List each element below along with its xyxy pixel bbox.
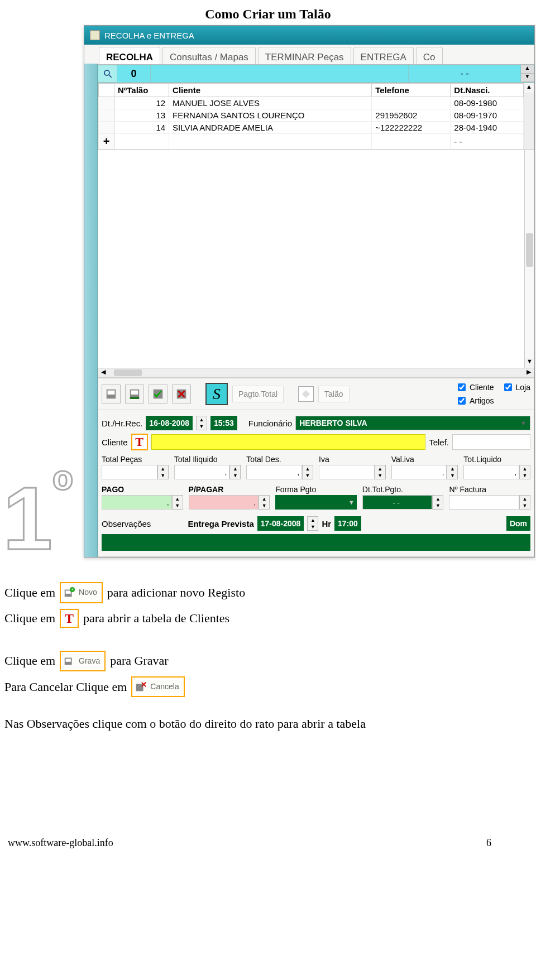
toolbar-cancel-button[interactable] (172, 385, 191, 403)
toolbar-btn-2[interactable] (125, 385, 144, 403)
entrega-date-spin[interactable]: ▲▼ (307, 516, 318, 531)
date-rec-field[interactable]: 16-08-2008 (146, 416, 193, 430)
val-iva-input[interactable]: , (391, 465, 447, 479)
clients-table: NºTalão Cliente Telefone Dt.Nasci. 12 MA… (98, 83, 524, 150)
svg-rect-5 (131, 391, 138, 395)
tab-extra[interactable]: Co (416, 47, 443, 64)
page-number: 6 (486, 837, 491, 849)
no-factura-input[interactable] (449, 495, 519, 510)
svg-text:+: + (71, 587, 73, 592)
entrega-prevista-label: Entrega Prevista (188, 519, 253, 529)
search-bar: 0 - - ▲▼ (98, 65, 534, 83)
telef-input[interactable] (452, 434, 530, 450)
tab-entrega[interactable]: ENTREGA (353, 47, 414, 64)
iva-input[interactable] (319, 465, 375, 479)
check-loja[interactable]: Loja (502, 382, 530, 393)
lbl-total-des: Total Des. (246, 455, 313, 464)
col-telefone[interactable]: Telefone (372, 84, 451, 97)
add-row-icon[interactable]: + (99, 134, 114, 150)
chevron-down-icon: ▼ (520, 420, 527, 426)
col-dt[interactable]: Dt.Nasci. (451, 84, 524, 97)
table-add-row[interactable]: + - - (99, 134, 524, 150)
tabs: RECOLHA Consultas / Mapas TERMINAR Peças… (98, 45, 534, 65)
vertical-scrollbar[interactable]: ▲ (524, 83, 534, 150)
app-icon (90, 30, 100, 40)
svg-rect-13 (66, 590, 71, 594)
novo-icon: + (63, 587, 75, 599)
entrega-hr-field[interactable]: 17:00 (334, 516, 361, 531)
lbl-forma-pgto: Forma Pgto (275, 485, 357, 494)
lbl-dt-tot-pgto: Dt.Tot.Pgto. (362, 485, 444, 494)
svg-rect-11 (302, 390, 310, 398)
lbl-tot-liquido: Tot.Liquido (463, 455, 530, 464)
toolbar-save-button[interactable] (149, 385, 168, 403)
lbl-total-iliquido: Total Iliquido (174, 455, 241, 464)
search-count: 0 (117, 65, 151, 82)
pagto-total-button[interactable]: Pagto.Total (232, 386, 284, 402)
dt-tot-pgto-input[interactable]: - - (362, 495, 433, 510)
talao-button[interactable]: Talão (318, 386, 349, 402)
date-rec-spinner[interactable]: ▲▼ (196, 416, 207, 430)
tab-terminar[interactable]: TERMINAR Peças (258, 47, 351, 64)
svg-rect-18 (136, 684, 143, 691)
table-blank-area (98, 150, 524, 368)
tab-consultas[interactable]: Consultas / Mapas (162, 47, 256, 64)
svg-line-1 (109, 75, 112, 78)
cliente-label: Cliente (102, 438, 128, 447)
hr-label: Hr (322, 519, 331, 529)
total-pecas-spin[interactable]: ▲▼ (157, 465, 169, 479)
table-row[interactable]: 12 MANUEL JOSE ALVES 08-09-1980 (99, 97, 524, 109)
funcionario-select[interactable]: HERBERTO SILVA ▼ (295, 416, 530, 430)
col-cliente[interactable]: Cliente (169, 84, 372, 97)
time-rec-field[interactable]: 15:53 (210, 416, 237, 430)
total-pecas-input[interactable] (102, 465, 157, 479)
form-area: Dt./Hr.Rec. 16-08-2008 ▲▼ 15:53 Funcioná… (98, 410, 534, 557)
vertical-scrollbar-2[interactable]: ▼ (524, 150, 534, 368)
observacoes-input[interactable] (102, 534, 530, 551)
tab-recolha[interactable]: RECOLHA (99, 47, 160, 64)
check-artigos[interactable]: Artigos (456, 395, 494, 406)
step-number: 1º (3, 474, 73, 563)
search-icon[interactable] (98, 65, 117, 82)
observacoes-label: Observações (102, 519, 151, 529)
col-rownum (99, 84, 114, 97)
lbl-pago: PAGO (102, 485, 183, 494)
titlebar: RECOLHA e ENTREGA (84, 26, 534, 45)
diamond-icon[interactable] (298, 386, 314, 402)
table-row[interactable]: 13 FERNANDA SANTOS LOURENÇO 291952602 08… (99, 109, 524, 122)
search-spinner[interactable]: ▲▼ (520, 65, 534, 82)
lbl-val-iva: Val.iva (391, 455, 458, 464)
svg-rect-3 (108, 391, 115, 395)
toolbar: S Pagto.Total Talão Cliente Loja Artigos (98, 378, 534, 410)
cliente-t-button[interactable]: T (131, 434, 148, 450)
lbl-no-factura: Nº Factura (449, 485, 530, 494)
page-title: Como Criar um Talão (0, 7, 536, 22)
lbl-ppagar: P/PAGAR (189, 485, 270, 494)
tot-liquido-input[interactable]: , (463, 465, 519, 479)
window-title: RECOLHA e ENTREGA (104, 31, 194, 40)
pago-input[interactable]: , (102, 495, 172, 510)
ppagar-input[interactable]: , (189, 495, 259, 510)
lbl-total-pecas: Total Peças (102, 455, 169, 464)
total-iliquido-input[interactable]: , (174, 465, 230, 479)
toolbar-s-button[interactable]: S (205, 383, 228, 405)
horizontal-scrollbar[interactable]: ◀ ▶ (98, 368, 534, 378)
entrega-date-field[interactable]: 17-08-2008 (257, 516, 304, 531)
grava-button-img: Grava (60, 651, 106, 671)
grava-icon (63, 655, 75, 667)
check-cliente[interactable]: Cliente (456, 382, 494, 393)
table-row[interactable]: 14 SILVIA ANDRADE AMELIA ~122222222 28-0… (99, 122, 524, 134)
forma-pgto-select[interactable]: ▼ (275, 495, 357, 510)
toolbar-btn-1[interactable] (102, 385, 121, 403)
search-input[interactable] (151, 65, 409, 82)
dt-hr-rec-label: Dt./Hr.Rec. (102, 419, 142, 428)
cliente-input[interactable] (151, 434, 425, 450)
left-rail (84, 64, 98, 557)
app-window: RECOLHA e ENTREGA RECOLHA Consultas / Ma… (84, 25, 535, 558)
svg-rect-17 (66, 659, 71, 662)
lbl-iva: Iva (319, 455, 386, 464)
cancela-icon (135, 681, 147, 693)
novo-button-img: + Novo (60, 582, 103, 603)
col-no[interactable]: NºTalão (114, 84, 169, 97)
total-des-input[interactable]: , (246, 465, 302, 479)
